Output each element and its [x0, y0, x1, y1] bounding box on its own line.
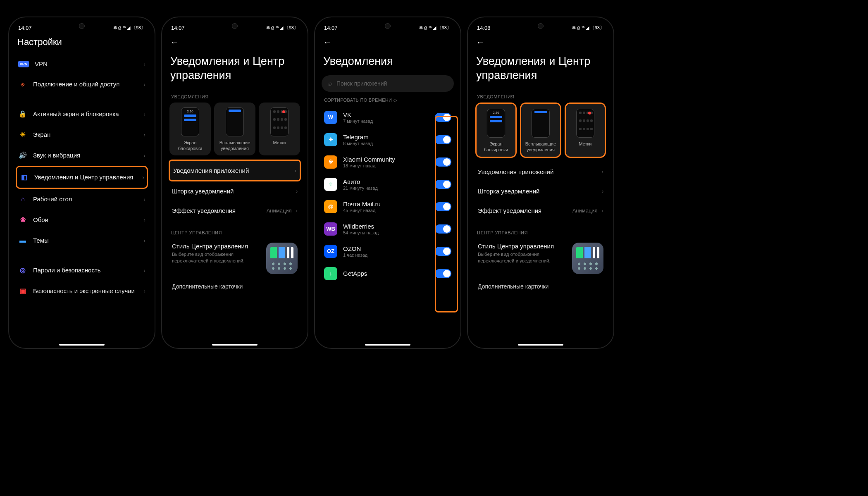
app-name: OZON — [343, 245, 429, 252]
section-header: УВЕДОМЛЕНИЯ — [475, 90, 607, 102]
app-row-OZON[interactable]: OZ OZON 1 час назад — [322, 240, 454, 262]
app-row-Авито[interactable]: ⁘ Авито 21 минуту назад — [322, 173, 454, 196]
cutoff-row[interactable]: Дополнительные карточки — [475, 279, 607, 290]
settings-row-notif[interactable]: ◧ Уведомления и Центр управления › — [16, 166, 148, 189]
setting-row-0[interactable]: Уведомления приложений › — [475, 162, 607, 181]
row-value: Анимация — [267, 207, 292, 214]
app-name: GetApps — [343, 270, 429, 277]
setting-row-2[interactable]: Эффект уведомления Анимация › — [169, 201, 301, 220]
settings-row-share[interactable]: ⟐ Подключение и общий доступ › — [16, 74, 148, 95]
card-preview-icon — [532, 109, 550, 138]
settings-row-pwd[interactable]: ◎ Пароли и безопасность › — [16, 260, 148, 281]
page-title: Уведомления — [322, 49, 454, 73]
control-center-style[interactable]: Стиль Центра управления Выберите вид ото… — [475, 238, 607, 279]
settings-row-sun[interactable]: ☀ Экран › — [16, 124, 148, 145]
settings-row-vpn[interactable]: VPN VPN › — [16, 54, 148, 74]
row-label: Эффект уведомления — [478, 207, 568, 214]
app-name: Авито — [343, 178, 429, 185]
app-name: Telegram — [343, 134, 429, 141]
notif-card-0[interactable]: 2:36 Экран блокировки — [169, 103, 211, 156]
cutoff-row[interactable]: Дополнительные карточки — [169, 279, 301, 290]
app-row-Wildberries[interactable]: WB Wildberries 54 минуты назад — [322, 218, 454, 240]
status-icons: ✽ ⎙ ⁴⁶ ◢ 〔93〕 — [266, 25, 298, 31]
chevron-right-icon: › — [143, 217, 145, 223]
app-row-Xiaomi Community[interactable]: ※ Xiaomi Community 18 минут назад — [322, 151, 454, 173]
back-button[interactable]: ← — [475, 33, 486, 49]
notch — [538, 23, 544, 29]
card-caption: Метки — [261, 140, 298, 145]
notif-card-1[interactable]: Всплывающие уведомления — [520, 103, 561, 158]
card-preview-icon: 2:36 — [181, 107, 199, 136]
notif-card-1[interactable]: Всплывающие уведомления — [214, 103, 255, 156]
control-center-style[interactable]: Стиль Центра управления Выберите вид ото… — [169, 238, 301, 279]
app-icon: OZ — [324, 245, 337, 258]
row-value: Анимация — [572, 207, 598, 214]
home-indicator[interactable] — [59, 344, 105, 346]
row-label: Темы — [33, 236, 138, 245]
settings-row-sos[interactable]: ▣ Безопасность и экстренные случаи › — [16, 281, 148, 301]
app-icon: W — [324, 111, 337, 124]
row-label: Активный экран и блокировка — [33, 110, 138, 118]
chevron-right-icon: › — [602, 188, 603, 194]
phone-settings: 14:07 ✽ ⎙ ⁴⁶ ◢ 〔93〕 Настройки VPN VPN › … — [8, 17, 155, 349]
app-icon: WB — [324, 222, 337, 236]
search-icon: ⌕ — [328, 80, 332, 87]
settings-row-wall[interactable]: ❀ Обои › — [16, 210, 148, 230]
home-indicator[interactable] — [518, 344, 563, 346]
notch — [79, 23, 85, 29]
cc-title: Стиль Центра управления — [478, 243, 567, 250]
page-title: Уведомления и Центр управления — [475, 49, 607, 90]
setting-row-1[interactable]: Шторка уведомлений › — [169, 181, 301, 201]
card-caption: Всплывающие уведомления — [524, 141, 558, 153]
setting-row-2[interactable]: Эффект уведомления Анимация › — [475, 201, 607, 220]
cc-preview-icon — [572, 243, 603, 274]
pwd-icon: ◎ — [18, 266, 27, 275]
settings-row-lock[interactable]: 🔒 Активный экран и блокировка › — [16, 104, 148, 124]
app-row-GetApps[interactable]: ↓ GetApps — [322, 262, 454, 285]
card-preview-icon: 2:36 — [487, 109, 505, 138]
status-time: 14:07 — [171, 25, 185, 31]
home-indicator[interactable] — [365, 344, 410, 346]
cc-desc: Выберите вид отображения переключателей … — [478, 251, 567, 264]
settings-row-theme[interactable]: ▬ Темы › — [16, 230, 148, 251]
notif-card-2[interactable]: Метки — [565, 103, 606, 158]
section-header: УВЕДОМЛЕНИЯ — [169, 90, 301, 102]
chevron-right-icon: › — [143, 131, 145, 138]
chevron-right-icon: › — [602, 169, 603, 175]
setting-row-0[interactable]: Уведомления приложений › — [169, 160, 301, 181]
chevron-right-icon: › — [143, 288, 145, 294]
lock-icon: 🔒 — [18, 110, 27, 119]
card-preview-icon — [576, 109, 594, 138]
app-name: Wildberries — [343, 223, 429, 230]
status-icons: ✽ ⎙ ⁴⁶ ◢ 〔93〕 — [419, 25, 451, 31]
settings-row-sound[interactable]: 🔊 Звук и вибрация › — [16, 145, 148, 166]
sun-icon: ☀ — [18, 130, 27, 139]
app-icon: @ — [324, 200, 337, 213]
back-button[interactable]: ← — [322, 33, 333, 49]
card-caption: Экран блокировки — [479, 141, 513, 153]
chevron-right-icon: › — [142, 174, 144, 181]
card-caption: Экран блокировки — [172, 140, 208, 152]
chevron-right-icon: › — [143, 196, 145, 203]
sort-toggle[interactable]: СОРТИРОВАТЬ ПО ВРЕМЕНИ ◇ — [322, 92, 454, 106]
app-row-Telegram[interactable]: ✈ Telegram 8 минут назад — [322, 129, 454, 151]
section-header: ЦЕНТР УПРАВЛЕНИЯ — [475, 226, 607, 238]
search-input[interactable]: ⌕ Поиск приложений — [322, 75, 454, 92]
setting-row-1[interactable]: Шторка уведомлений › — [475, 181, 607, 201]
chevron-right-icon: › — [143, 267, 145, 274]
notif-card-2[interactable]: Метки — [259, 103, 300, 156]
home-indicator[interactable] — [212, 344, 258, 346]
app-icon: ※ — [324, 155, 337, 169]
row-label: Обои — [33, 216, 138, 224]
notif-card-0[interactable]: 2:36 Экран блокировки — [475, 103, 517, 158]
app-name: Xiaomi Community — [343, 156, 429, 163]
chevron-right-icon: › — [295, 167, 296, 174]
settings-row-home[interactable]: ⌂ Рабочий стол › — [16, 189, 148, 210]
app-row-VK[interactable]: W VK 7 минут назад — [322, 106, 454, 129]
status-time: 14:08 — [477, 25, 491, 31]
app-row-Почта Mail.ru[interactable]: @ Почта Mail.ru 45 минут назад — [322, 196, 454, 218]
back-button[interactable]: ← — [169, 33, 180, 49]
chevron-right-icon: › — [143, 61, 145, 67]
app-time: 1 час назад — [343, 253, 429, 258]
row-label: VPN — [35, 60, 138, 68]
